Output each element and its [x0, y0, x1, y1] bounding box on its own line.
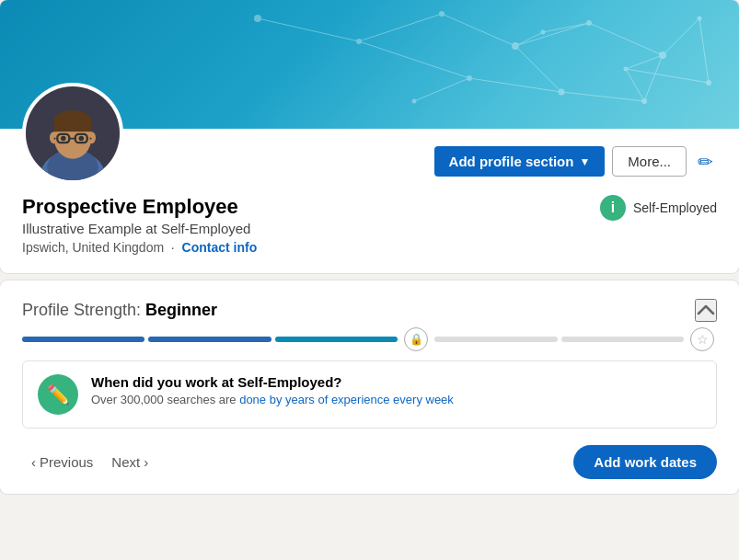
suggestion-desc-link[interactable]: done by years of experience every week: [239, 393, 454, 406]
svg-point-47: [78, 136, 84, 142]
profile-title: Illustrative Example at Self-Employed: [22, 221, 717, 236]
suggestion-question: When did you work at Self-Employed?: [91, 374, 454, 390]
strength-title: Profile Strength: Beginner: [22, 301, 217, 320]
lock-progress-icon: 🔒: [404, 327, 428, 351]
location-text: Ipswich, United Kingdom: [22, 240, 164, 255]
svg-line-31: [699, 18, 709, 83]
employer-badge: i Self-Employed: [600, 195, 717, 221]
employer-logo-icon: i: [600, 195, 626, 221]
more-button[interactable]: More...: [612, 146, 687, 177]
progress-segment-4: [434, 337, 557, 342]
star-progress-icon: ☆: [690, 327, 714, 351]
svg-line-19: [663, 18, 699, 55]
star-icon-container: ☆: [687, 327, 717, 351]
suggestion-desc-plain: Over 300,000 searches are: [91, 393, 239, 406]
svg-line-27: [626, 55, 663, 69]
strength-level: Beginner: [145, 301, 217, 319]
svg-point-46: [61, 136, 66, 142]
prev-chevron-icon: ‹: [31, 454, 36, 470]
profile-name-row: Prospective Employee i Self-Employed: [22, 195, 717, 221]
profile-info-section: Prospective Employee i Self-Employed Ill…: [0, 184, 739, 273]
previous-button[interactable]: ‹ Previous: [22, 449, 102, 475]
profile-strength-card: Profile Strength: Beginner 🔒 ☆: [0, 280, 739, 494]
profile-location: Ipswich, United Kingdom · Contact info: [22, 240, 717, 255]
svg-line-26: [626, 69, 709, 83]
suggestion-text-area: When did you work at Self-Employed? Over…: [91, 374, 454, 406]
next-chevron-icon: ›: [144, 454, 148, 470]
lock-icon-container: 🔒: [401, 327, 431, 351]
next-button[interactable]: Next ›: [102, 449, 157, 475]
svg-line-16: [442, 14, 515, 46]
next-label: Next: [111, 454, 140, 470]
suggestion-description: Over 300,000 searches are done by years …: [91, 393, 454, 406]
progress-segment-2: [148, 337, 271, 342]
avatar-action-row: Add profile section ▼ More... ✏: [0, 83, 739, 184]
progress-segment-3: [275, 337, 398, 342]
chevron-up-icon: [697, 304, 715, 315]
suggestion-card: ✏️ When did you work at Self-Employed? O…: [22, 360, 717, 429]
svg-line-14: [258, 18, 359, 41]
pencil-icon: ✏: [698, 152, 713, 172]
add-profile-section-label: Add profile section: [449, 154, 574, 169]
strength-header: Profile Strength: Beginner: [22, 299, 717, 322]
svg-text:i: i: [611, 200, 615, 215]
svg-line-18: [589, 23, 663, 55]
add-work-dates-button[interactable]: Add work dates: [573, 445, 717, 479]
dropdown-caret-icon: ▼: [579, 155, 590, 168]
svg-line-15: [359, 14, 442, 41]
page-wrapper: Add profile section ▼ More... ✏ Prospect…: [0, 0, 739, 494]
strength-label-prefix: Profile Strength:: [22, 301, 145, 319]
progress-bar-container: 🔒 ☆: [22, 337, 717, 342]
contact-info-link[interactable]: Contact info: [182, 240, 258, 255]
profile-action-buttons: Add profile section ▼ More... ✏: [434, 146, 717, 184]
suggestion-icon-circle: ✏️: [38, 374, 78, 415]
progress-segment-1: [22, 337, 144, 342]
edit-profile-button[interactable]: ✏: [694, 147, 717, 177]
svg-line-28: [543, 23, 589, 32]
svg-point-40: [87, 131, 96, 143]
prev-next-nav: ‹ Previous Next ›: [22, 449, 157, 475]
pencil-suggestion-icon: ✏️: [47, 383, 70, 406]
progress-segment-5: [561, 337, 684, 342]
previous-label: Previous: [40, 454, 93, 470]
svg-line-30: [359, 41, 469, 78]
add-profile-section-button[interactable]: Add profile section ▼: [434, 146, 606, 177]
nav-footer: ‹ Previous Next › Add work dates: [22, 441, 717, 479]
profile-name: Prospective Employee: [22, 195, 238, 219]
profile-card: Add profile section ▼ More... ✏ Prospect…: [0, 0, 739, 273]
svg-rect-38: [54, 119, 92, 131]
svg-line-17: [515, 23, 589, 46]
collapse-strength-button[interactable]: [695, 299, 717, 322]
avatar-image: [26, 86, 120, 180]
profile-avatar: [22, 83, 123, 184]
employer-name: Self-Employed: [633, 200, 717, 215]
